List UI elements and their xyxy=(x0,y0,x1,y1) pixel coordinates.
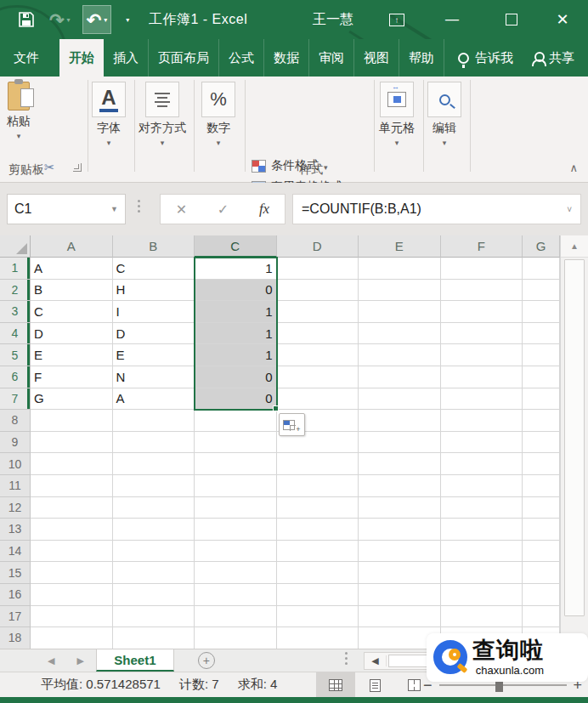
cell-G1[interactable] xyxy=(523,258,560,280)
cell-A6[interactable]: F xyxy=(31,366,113,388)
cell-B11[interactable] xyxy=(113,475,195,497)
cell-G13[interactable] xyxy=(523,519,560,541)
cell-F10[interactable] xyxy=(441,453,523,475)
cell-G17[interactable] xyxy=(523,606,560,628)
cell-E15[interactable] xyxy=(359,562,441,584)
cell-G9[interactable] xyxy=(523,432,560,454)
cell-C2[interactable]: 0 xyxy=(195,280,277,302)
row-header-15[interactable]: 15 xyxy=(0,562,31,584)
cell-G8[interactable] xyxy=(523,410,560,432)
scroll-left-icon[interactable]: ◀ xyxy=(365,655,387,666)
tell-me[interactable]: 告诉我 xyxy=(448,39,523,77)
cell-A7[interactable]: G xyxy=(31,388,113,411)
cell-E4[interactable] xyxy=(359,323,441,345)
cell-B2[interactable]: H xyxy=(113,280,195,302)
insert-function-icon[interactable]: fx xyxy=(259,201,269,218)
cell-D10[interactable] xyxy=(277,453,359,475)
cell-D11[interactable] xyxy=(277,475,359,497)
sheet-prev-icon[interactable]: ◀ xyxy=(48,655,54,666)
cell-E1[interactable] xyxy=(359,258,441,280)
cell-C13[interactable] xyxy=(195,519,277,541)
cell-F8[interactable] xyxy=(441,410,523,432)
cell-D7[interactable] xyxy=(277,388,359,411)
select-all-corner[interactable] xyxy=(0,235,31,258)
cell-G10[interactable] xyxy=(523,453,560,475)
cell-D14[interactable] xyxy=(277,541,359,563)
cell-F13[interactable] xyxy=(441,519,523,541)
column-header-F[interactable]: F xyxy=(441,235,523,258)
dialog-launcher-icon[interactable] xyxy=(73,163,82,172)
cell-A9[interactable] xyxy=(31,432,113,454)
cell-B8[interactable] xyxy=(113,410,195,432)
auto-fill-options-button[interactable]: + xyxy=(279,413,305,436)
ribbon-display-options-icon[interactable]: ↑ xyxy=(382,0,411,39)
cell-A11[interactable] xyxy=(31,475,113,497)
cell-E13[interactable] xyxy=(359,519,441,541)
cell-A4[interactable]: D xyxy=(31,323,113,345)
column-header-B[interactable]: B xyxy=(113,235,195,258)
cell-F6[interactable] xyxy=(441,366,523,388)
row-header-8[interactable]: 8 xyxy=(0,410,31,432)
cell-C12[interactable] xyxy=(195,497,277,519)
cell-E3[interactable] xyxy=(359,301,441,323)
cell-E7[interactable] xyxy=(359,388,441,411)
tab-formulas[interactable]: 公式 xyxy=(219,39,264,77)
cell-G11[interactable] xyxy=(523,475,560,497)
editing-group-button[interactable]: 编辑 ▾ xyxy=(427,82,461,147)
row-header-16[interactable]: 16 xyxy=(0,584,31,606)
column-header-D[interactable]: D xyxy=(277,235,359,258)
cell-A10[interactable] xyxy=(31,453,113,475)
column-header-C[interactable]: C xyxy=(195,235,277,258)
redo-icon[interactable]: ↷▾ xyxy=(46,5,74,34)
cell-G15[interactable] xyxy=(523,562,560,584)
cell-B15[interactable] xyxy=(113,562,195,584)
cell-B10[interactable] xyxy=(113,453,195,475)
cell-F1[interactable] xyxy=(441,258,523,280)
cell-B7[interactable]: A xyxy=(113,388,195,411)
formula-bar-gripper[interactable] xyxy=(138,200,140,213)
cell-D16[interactable] xyxy=(277,584,359,606)
cell-A13[interactable] xyxy=(31,519,113,541)
cell-B6[interactable]: N xyxy=(113,366,195,388)
row-header-17[interactable]: 17 xyxy=(0,606,31,628)
cell-D13[interactable] xyxy=(277,519,359,541)
cell-F11[interactable] xyxy=(441,475,523,497)
cell-C7[interactable]: 0 xyxy=(195,388,277,411)
cell-G16[interactable] xyxy=(523,584,560,606)
row-header-3[interactable]: 3 xyxy=(0,301,31,323)
cells-group-button[interactable]: 单元格 ▾ xyxy=(379,82,415,147)
tab-insert[interactable]: 插入 xyxy=(104,39,149,77)
cell-A16[interactable] xyxy=(31,584,113,606)
row-header-4[interactable]: 4 xyxy=(0,323,31,345)
row-header-9[interactable]: 9 xyxy=(0,432,31,454)
tab-help[interactable]: 帮助 xyxy=(399,39,444,77)
tab-data[interactable]: 数据 xyxy=(264,39,309,77)
cell-E12[interactable] xyxy=(359,497,441,519)
collapse-ribbon-icon[interactable]: ∧ xyxy=(569,162,578,174)
cell-G2[interactable] xyxy=(523,280,560,302)
cell-F3[interactable] xyxy=(441,301,523,323)
column-header-A[interactable]: A xyxy=(31,235,113,258)
cell-B17[interactable] xyxy=(113,606,195,628)
cell-G7[interactable] xyxy=(523,388,560,411)
tab-bar-gripper[interactable] xyxy=(345,652,348,665)
close-button[interactable]: ✕ xyxy=(546,0,580,39)
row-header-12[interactable]: 12 xyxy=(0,497,31,519)
formula-input[interactable]: =COUNTIF(B:B,A1) ˅ xyxy=(292,194,581,224)
cell-D5[interactable] xyxy=(277,344,359,366)
row-header-2[interactable]: 2 xyxy=(0,280,31,302)
cell-C17[interactable] xyxy=(195,606,277,628)
cell-F5[interactable] xyxy=(441,344,523,366)
cell-D3[interactable] xyxy=(277,301,359,323)
vertical-scroll-thumb[interactable] xyxy=(564,259,585,616)
cell-F14[interactable] xyxy=(441,541,523,563)
cell-B3[interactable]: I xyxy=(113,301,195,323)
chevron-down-icon[interactable]: ▼ xyxy=(110,205,118,213)
cell-D4[interactable] xyxy=(277,323,359,345)
cell-D2[interactable] xyxy=(277,280,359,302)
number-group-button[interactable]: % 数字 ▾ xyxy=(201,82,235,147)
tab-home[interactable]: 开始 xyxy=(59,39,104,77)
cell-E17[interactable] xyxy=(359,606,441,628)
row-header-6[interactable]: 6 xyxy=(0,366,31,388)
cell-C5[interactable]: 1 xyxy=(195,344,277,366)
